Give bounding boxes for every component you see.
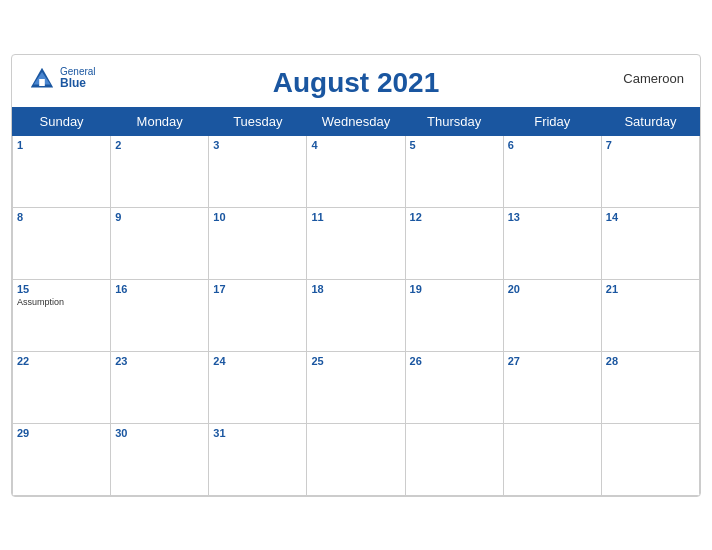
calendar-cell: 8	[13, 207, 111, 279]
calendar-cell: 30	[111, 423, 209, 495]
day-number: 2	[115, 139, 204, 151]
day-number: 11	[311, 211, 400, 223]
calendar-cell: 15Assumption	[13, 279, 111, 351]
day-number: 13	[508, 211, 597, 223]
logo-icon	[28, 65, 56, 93]
calendar-cell: 10	[209, 207, 307, 279]
calendar-cell: 7	[601, 135, 699, 207]
day-number: 18	[311, 283, 400, 295]
calendar-cell: 11	[307, 207, 405, 279]
day-number: 29	[17, 427, 106, 439]
calendar-cell	[601, 423, 699, 495]
calendar-cell: 24	[209, 351, 307, 423]
day-number: 3	[213, 139, 302, 151]
day-number: 9	[115, 211, 204, 223]
day-number: 8	[17, 211, 106, 223]
calendar-title: August 2021	[273, 67, 440, 99]
day-number: 24	[213, 355, 302, 367]
calendar-cell: 17	[209, 279, 307, 351]
day-number: 21	[606, 283, 695, 295]
day-number: 5	[410, 139, 499, 151]
day-number: 26	[410, 355, 499, 367]
calendar-cell: 29	[13, 423, 111, 495]
calendar-cell: 12	[405, 207, 503, 279]
day-number: 23	[115, 355, 204, 367]
calendar-cell: 13	[503, 207, 601, 279]
calendar-week-row: 22232425262728	[13, 351, 700, 423]
logo-blue-text: Blue	[60, 77, 96, 90]
calendar-cell: 1	[13, 135, 111, 207]
calendar-week-row: 15Assumption161718192021	[13, 279, 700, 351]
calendar-cell: 6	[503, 135, 601, 207]
calendar-cell: 19	[405, 279, 503, 351]
weekday-friday: Friday	[503, 107, 601, 135]
calendar-grid: Sunday Monday Tuesday Wednesday Thursday…	[12, 107, 700, 496]
calendar-body: 123456789101112131415Assumption161718192…	[13, 135, 700, 495]
calendar-cell: 9	[111, 207, 209, 279]
day-number: 10	[213, 211, 302, 223]
calendar-header: General Blue August 2021 Cameroon	[12, 55, 700, 107]
country-label: Cameroon	[623, 71, 684, 86]
weekday-saturday: Saturday	[601, 107, 699, 135]
day-number: 4	[311, 139, 400, 151]
day-number: 31	[213, 427, 302, 439]
day-number: 6	[508, 139, 597, 151]
weekday-monday: Monday	[111, 107, 209, 135]
day-number: 1	[17, 139, 106, 151]
calendar-cell: 25	[307, 351, 405, 423]
day-number: 16	[115, 283, 204, 295]
day-number: 19	[410, 283, 499, 295]
day-number: 25	[311, 355, 400, 367]
day-number: 27	[508, 355, 597, 367]
svg-rect-2	[39, 79, 45, 86]
calendar-cell	[503, 423, 601, 495]
calendar-cell: 21	[601, 279, 699, 351]
day-number: 22	[17, 355, 106, 367]
weekday-tuesday: Tuesday	[209, 107, 307, 135]
calendar-cell: 31	[209, 423, 307, 495]
calendar-cell: 5	[405, 135, 503, 207]
day-number: 15	[17, 283, 106, 295]
weekday-wednesday: Wednesday	[307, 107, 405, 135]
calendar-week-row: 293031	[13, 423, 700, 495]
calendar-cell: 23	[111, 351, 209, 423]
calendar-cell: 16	[111, 279, 209, 351]
calendar-week-row: 891011121314	[13, 207, 700, 279]
weekday-sunday: Sunday	[13, 107, 111, 135]
day-number: 7	[606, 139, 695, 151]
calendar-cell: 2	[111, 135, 209, 207]
calendar-cell: 22	[13, 351, 111, 423]
day-number: 20	[508, 283, 597, 295]
calendar-cell: 28	[601, 351, 699, 423]
calendar-cell	[307, 423, 405, 495]
calendar-cell	[405, 423, 503, 495]
calendar-cell: 3	[209, 135, 307, 207]
calendar-week-row: 1234567	[13, 135, 700, 207]
calendar-cell: 4	[307, 135, 405, 207]
weekday-header-row: Sunday Monday Tuesday Wednesday Thursday…	[13, 107, 700, 135]
day-number: 17	[213, 283, 302, 295]
logo-text: General Blue	[60, 66, 96, 90]
weekday-thursday: Thursday	[405, 107, 503, 135]
day-number: 28	[606, 355, 695, 367]
day-number: 12	[410, 211, 499, 223]
calendar-cell: 18	[307, 279, 405, 351]
calendar-cell: 14	[601, 207, 699, 279]
calendar-container: General Blue August 2021 Cameroon Sunday…	[11, 54, 701, 497]
calendar-cell: 20	[503, 279, 601, 351]
day-number: 30	[115, 427, 204, 439]
day-event: Assumption	[17, 297, 106, 307]
day-number: 14	[606, 211, 695, 223]
calendar-cell: 26	[405, 351, 503, 423]
logo: General Blue	[28, 65, 96, 93]
calendar-cell: 27	[503, 351, 601, 423]
